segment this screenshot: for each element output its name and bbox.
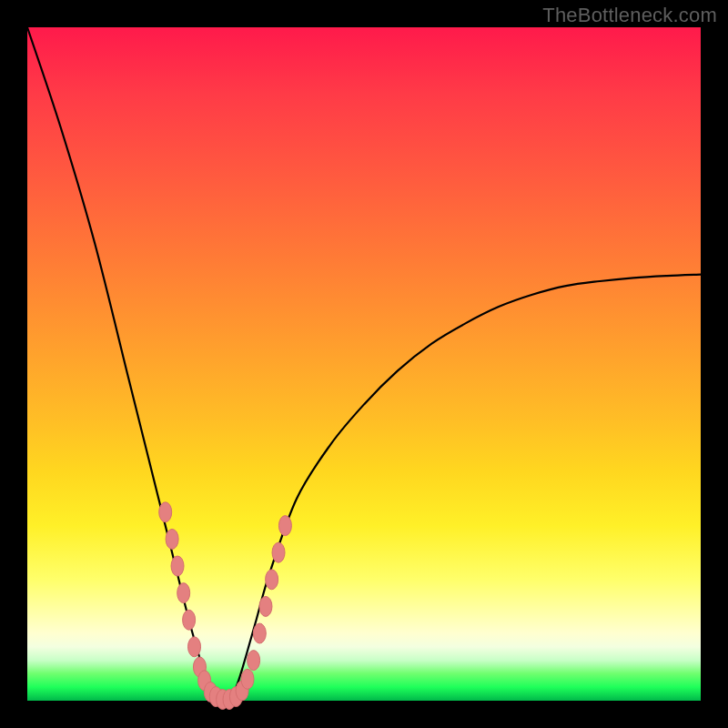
curve-marker [166,529,178,549]
curve-marker [266,570,278,590]
curve-layer [27,27,701,701]
curve-marker [253,623,266,643]
curve-marker [183,610,196,630]
curve-marker [159,502,172,522]
curve-marker [177,583,190,603]
curve-marker [272,542,285,562]
chart-frame: TheBottleneck.com [0,0,728,728]
watermark-text: TheBottleneck.com [542,4,717,27]
curve-marker [171,556,184,576]
curve-marker [248,651,260,671]
marker-group [159,502,292,710]
curve-marker [241,669,254,689]
curve-marker [188,637,201,657]
bottleneck-curve [27,27,701,701]
curve-marker [278,516,291,536]
plot-area [27,27,701,701]
curve-marker [259,596,272,616]
